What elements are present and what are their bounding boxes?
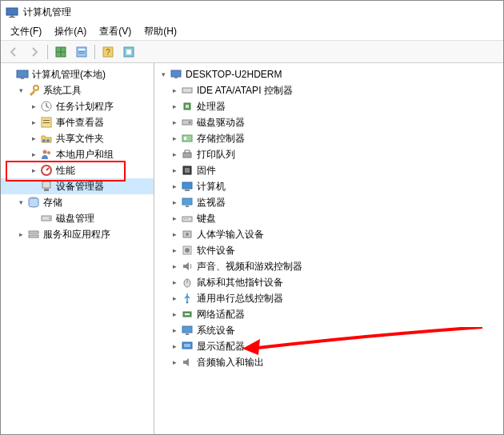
tree-label: 打印队列 [197,148,235,162]
expander-icon[interactable]: ▾ [158,69,169,80]
svg-point-53 [186,233,189,236]
properties-button[interactable] [72,43,91,61]
device-print[interactable]: ▸ 打印队列 [154,146,503,162]
device-mouse[interactable]: ▸ 鼠标和其他指针设备 [154,274,503,290]
svg-point-21 [43,150,47,154]
menu-file[interactable]: 文件(F) [4,23,48,40]
usb-icon [181,292,194,305]
device-software[interactable]: ▸ 软件设备 [154,242,503,258]
menu-action[interactable]: 操作(A) [48,23,93,40]
back-button[interactable] [4,43,23,61]
expander-icon[interactable]: ▸ [169,133,180,144]
disk-icon [40,212,53,225]
menu-view[interactable]: 查看(V) [93,23,138,40]
device-root[interactable]: ▾ DESKTOP-U2HDERM [154,66,503,82]
device-hid[interactable]: ▸ 人体学输入设备 [154,226,503,242]
svg-rect-45 [185,190,190,191]
device-cpu[interactable]: ▸ 处理器 [154,98,503,114]
expander-icon[interactable]: ▸ [169,293,180,304]
cpu-icon [181,100,194,113]
tree-device-manager[interactable]: 设备管理器 [1,178,154,194]
computer-management-icon [16,68,29,81]
expander-icon[interactable]: ▾ [15,85,26,96]
svg-rect-50 [186,218,186,219]
help-button[interactable]: ? [98,43,118,61]
expander-icon[interactable]: ▸ [28,165,39,176]
expander-icon[interactable]: ▸ [169,277,180,288]
device-display-adapter[interactable]: ▸ 显示适配器 [154,338,503,354]
expander-icon[interactable]: ▸ [28,117,39,128]
services-icon [27,228,40,241]
expander-icon[interactable]: ▾ [15,197,26,208]
forward-button[interactable] [25,43,44,61]
device-computer[interactable]: ▸ 计算机 [154,178,503,194]
svg-rect-2 [9,17,15,18]
storage-icon [27,196,40,209]
expander-icon[interactable]: ▸ [169,117,180,128]
device-monitor[interactable]: ▸ 监视器 [154,194,503,210]
expander-icon[interactable]: ▸ [169,213,180,224]
audio-io-icon [181,356,194,369]
menu-help[interactable]: 帮助(H) [138,23,183,40]
expander-icon[interactable]: ▸ [15,229,26,240]
svg-rect-30 [29,235,38,237]
tree-label: 人体学输入设备 [197,228,264,241]
svg-rect-13 [21,78,24,79]
tree-label: 鼠标和其他指针设备 [197,276,283,289]
storage-controller-icon [181,132,194,145]
expander-icon[interactable]: ▸ [169,85,180,96]
refresh-button[interactable] [119,43,138,61]
svg-rect-44 [182,182,192,189]
app-icon [6,6,18,18]
expander-icon[interactable]: ▸ [169,309,180,320]
device-firmware[interactable]: ▸ 固件 [154,162,503,178]
svg-point-28 [49,218,50,219]
tree-storage[interactable]: ▾ 存储 [1,194,154,210]
tree-services[interactable]: ▸ 服务和应用程序 [1,226,154,242]
expander-icon[interactable] [28,181,39,192]
svg-rect-47 [186,206,189,207]
device-ide[interactable]: ▸ IDE ATA/ATAPI 控制器 [154,82,503,98]
expander-icon[interactable]: ▸ [169,181,180,192]
expander-icon[interactable] [4,69,15,80]
expander-icon[interactable]: ▸ [28,149,39,160]
expander-icon[interactable]: ▸ [169,229,180,240]
expander-icon[interactable]: ▸ [169,165,180,176]
device-system[interactable]: ▸ 系统设备 [154,322,503,338]
device-keyboard[interactable]: ▸ 键盘 [154,210,503,226]
svg-point-57 [186,301,189,304]
expander-icon[interactable]: ▸ [169,197,180,208]
device-storage-controller[interactable]: ▸ 存储控制器 [154,130,503,146]
expander-icon[interactable]: ▸ [169,357,180,368]
device-audio[interactable]: ▸ 声音、视频和游戏控制器 [154,258,503,274]
computer-icon [170,68,182,81]
expander-icon[interactable]: ▸ [28,101,39,112]
device-network[interactable]: ▸ 网络适配器 [154,306,503,322]
svg-rect-59 [185,313,190,315]
tree-system-tools[interactable]: ▾ 系统工具 [1,82,154,98]
display-adapter-icon [181,340,194,353]
tree-task-scheduler[interactable]: ▸ 任务计划程序 [1,98,154,114]
expander-icon[interactable]: ▸ [169,149,180,160]
tree-shared-folders[interactable]: ▸ 共享文件夹 [1,130,154,146]
expander-icon[interactable]: ▸ [169,325,180,336]
tree-event-viewer[interactable]: ▸ 事件查看器 [1,114,154,130]
expander-icon[interactable] [28,213,39,224]
expander-icon[interactable]: ▸ [28,133,39,144]
tree-performance[interactable]: ▸ 性能 [1,162,154,178]
keyboard-icon [181,212,194,225]
device-audio-io[interactable]: ▸ 音频输入和输出 [154,354,503,370]
tree-disk-management[interactable]: 磁盘管理 [1,210,154,226]
show-hide-button[interactable] [51,43,70,61]
tree-label: IDE ATA/ATAPI 控制器 [197,84,293,98]
svg-point-37 [189,122,191,124]
device-disk[interactable]: ▸ 磁盘驱动器 [154,114,503,130]
expander-icon[interactable]: ▸ [169,245,180,256]
expander-icon[interactable]: ▸ [169,261,180,272]
expander-icon[interactable]: ▸ [169,101,180,112]
svg-rect-33 [182,88,192,93]
device-usb[interactable]: ▸ 通用串行总线控制器 [154,290,503,306]
tree-local-users[interactable]: ▸ 本地用户和组 [1,146,154,162]
tree-root-computer-management[interactable]: 计算机管理(本地) [1,66,154,82]
expander-icon[interactable]: ▸ [169,341,180,352]
